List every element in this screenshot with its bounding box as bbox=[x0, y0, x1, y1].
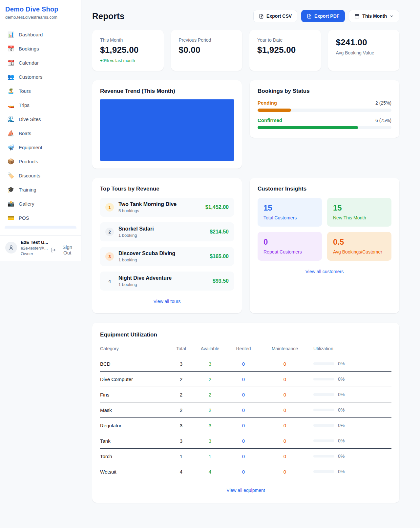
cell-utilization: 0% bbox=[306, 464, 391, 479]
utilization-percent: 0% bbox=[338, 392, 345, 397]
progress-track bbox=[258, 109, 391, 112]
sign-out-button[interactable]: Sign Out bbox=[51, 244, 76, 255]
cell-category: Regulator bbox=[100, 418, 166, 433]
status-label: Pending bbox=[258, 100, 277, 106]
stat-label: This Month bbox=[100, 37, 156, 43]
sidebar-item-dashboard[interactable]: 📊Dashboard bbox=[4, 28, 77, 42]
package-icon: 📦 bbox=[7, 158, 14, 165]
tour-list-item: 3 Discover Scuba Diving 1 booking $165.0… bbox=[100, 247, 234, 266]
charts-row: Revenue Trend (This Month) Bookings by S… bbox=[92, 80, 399, 169]
sidebar-item-tours[interactable]: 🏝️Tours bbox=[4, 84, 77, 98]
sidebar-item-label: Boats bbox=[19, 131, 31, 136]
utilization-bar bbox=[313, 378, 334, 380]
equipment-utilization-title: Equipment Utilization bbox=[100, 332, 391, 338]
user-meta: E2E Test U... e2e-tester@... Owner bbox=[21, 240, 47, 256]
revenue-trend-chart bbox=[100, 99, 234, 161]
sidebar-item-calendar[interactable]: 📆Calendar bbox=[4, 56, 77, 70]
cell-rented: 0 bbox=[223, 372, 263, 387]
table-row: Tank33000% bbox=[100, 433, 391, 449]
top-tours-card: Top Tours by Revenue 1 Two Tank Morning … bbox=[92, 178, 242, 313]
tour-name: Snorkel Safari bbox=[118, 226, 154, 232]
sidebar-item-discounts[interactable]: 🏷️Discounts bbox=[4, 169, 77, 183]
tour-bookings: 1 booking bbox=[118, 282, 172, 287]
tile-value: 15 bbox=[333, 203, 386, 213]
cell-category: Wetsuit bbox=[100, 464, 166, 479]
stat-card-previous-period: Previous Period $0.00 bbox=[171, 30, 242, 71]
sidebar-item-pos[interactable]: 💳POS bbox=[4, 211, 77, 225]
cell-available: 2 bbox=[197, 402, 223, 418]
cell-total: 3 bbox=[166, 356, 197, 372]
utilization-bar bbox=[313, 455, 334, 457]
sidebar-item-label: Bookings bbox=[19, 46, 39, 51]
progress-track bbox=[258, 126, 391, 129]
calendar-icon: 📅 bbox=[7, 45, 14, 52]
sidebar-item-equipment[interactable]: 🤿Equipment bbox=[4, 140, 77, 154]
view-all-customers-link[interactable]: View all customers bbox=[305, 269, 344, 274]
sidebar-item-dive-sites[interactable]: 🌊Dive Sites bbox=[4, 112, 77, 126]
user-name: E2E Test U... bbox=[21, 240, 47, 245]
status-row-confirmed: Confirmed 6 (75%) bbox=[258, 117, 391, 129]
user-email: e2e-tester@... bbox=[21, 246, 47, 251]
utilization-percent: 0% bbox=[338, 469, 345, 474]
export-pdf-button[interactable]: Export PDF bbox=[301, 10, 345, 22]
page-title: Reports bbox=[92, 11, 124, 21]
cell-category: Torch bbox=[100, 449, 166, 464]
sign-out-label: Sign Out bbox=[58, 244, 76, 255]
export-pdf-label: Export PDF bbox=[314, 13, 339, 19]
sidebar-item-boats[interactable]: ⛵Boats bbox=[4, 126, 77, 140]
customer-insights-title: Customer Insights bbox=[258, 186, 391, 192]
bookings-by-status-card: Bookings by Status Pending 2 (25%) Confi… bbox=[250, 80, 399, 138]
tile-label: Repeat Customers bbox=[263, 249, 316, 254]
view-all-equipment-link[interactable]: View all equipment bbox=[226, 488, 265, 493]
sidebar-item-label: Tours bbox=[19, 88, 31, 94]
cell-rented: 0 bbox=[223, 433, 263, 449]
cell-maintenance: 0 bbox=[263, 387, 306, 402]
main-content: Reports Export CSV Export PDF This Month… bbox=[92, 0, 399, 503]
sidebar-item-label: Customers bbox=[19, 74, 43, 80]
cell-available: 2 bbox=[197, 372, 223, 387]
revenue-trend-card: Revenue Trend (This Month) bbox=[92, 80, 242, 169]
sidebar-item-training[interactable]: 🎓Training bbox=[4, 183, 77, 197]
sidebar-item-label: Dive Sites bbox=[19, 116, 41, 122]
col-header-rented: Rented bbox=[223, 343, 263, 356]
sidebar-item-customers[interactable]: 👥Customers bbox=[4, 70, 77, 84]
tour-amount: $214.50 bbox=[210, 229, 229, 235]
table-row: Mask22000% bbox=[100, 402, 391, 418]
tour-bookings: 1 booking bbox=[118, 257, 175, 262]
cell-total: 4 bbox=[166, 464, 197, 479]
sidebar-item-products[interactable]: 📦Products bbox=[4, 154, 77, 169]
avatar bbox=[5, 242, 17, 254]
equipment-table-body: BCD33000%Dive Computer22000%Fins22000%Ma… bbox=[100, 356, 391, 479]
utilization-percent: 0% bbox=[338, 438, 345, 443]
sidebar-item-gallery[interactable]: 📸Gallery bbox=[4, 197, 77, 211]
bar-chart-icon: 📊 bbox=[7, 31, 14, 38]
col-header-available: Available bbox=[197, 343, 223, 356]
view-all-tours-link[interactable]: View all tours bbox=[153, 299, 180, 304]
tour-list-item: 4 Night Dive Adventure 1 booking $93.50 bbox=[100, 272, 234, 291]
cell-utilization: 0% bbox=[306, 356, 391, 372]
cell-rented: 0 bbox=[223, 387, 263, 402]
cell-utilization: 0% bbox=[306, 387, 391, 402]
sidebar-item-label: Products bbox=[19, 159, 38, 164]
cell-maintenance: 0 bbox=[263, 372, 306, 387]
sidebar-header: Demo Dive Shop demo.test.divestreams.com bbox=[0, 0, 81, 24]
tear-off-calendar-icon: 📆 bbox=[7, 59, 14, 66]
period-select[interactable]: This Month bbox=[349, 10, 399, 22]
table-row: BCD33000% bbox=[100, 356, 391, 372]
sidebar-item-trips[interactable]: 🚤Trips bbox=[4, 98, 77, 112]
col-header-maintenance: Maintenance bbox=[263, 343, 306, 356]
stat-label: Previous Period bbox=[179, 37, 235, 43]
export-csv-button[interactable]: Export CSV bbox=[253, 10, 297, 22]
stat-value: $0.00 bbox=[179, 45, 235, 55]
cell-maintenance: 0 bbox=[263, 433, 306, 449]
tile-value: 0.5 bbox=[333, 237, 386, 247]
cell-utilization: 0% bbox=[306, 433, 391, 449]
stat-value: $241.00 bbox=[336, 37, 392, 48]
sidebar-item-active-partial[interactable] bbox=[5, 226, 76, 229]
sidebar-item-bookings[interactable]: 📅Bookings bbox=[4, 42, 77, 56]
rank-badge: 2 bbox=[105, 228, 114, 236]
tour-name: Night Dive Adventure bbox=[118, 275, 172, 281]
cell-total: 2 bbox=[166, 402, 197, 418]
equipment-table: Category Total Available Rented Maintena… bbox=[100, 343, 391, 479]
people-icon: 👥 bbox=[7, 73, 14, 80]
